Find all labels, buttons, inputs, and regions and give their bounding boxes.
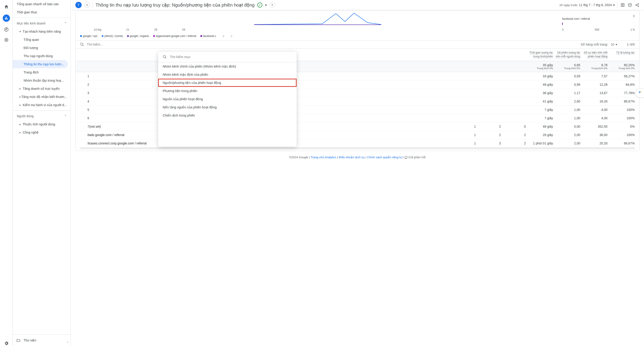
svg-point-7 <box>638 3 638 4</box>
col-engagement-time[interactable]: Thời gian tương tác trung bình/phiên <box>526 51 553 58</box>
sidebar-item-useracq[interactable]: Thu nạp người dùng <box>13 52 70 60</box>
legend-label[interactable]: (direct) / (none) <box>104 34 123 38</box>
footer-link-privacy[interactable]: Chính sách quyền riêng tư <box>367 156 402 159</box>
row-index: 8 <box>80 133 89 137</box>
sidebar-item-traffic[interactable]: Thông tin thu nạp lưu lượn... <box>13 60 68 68</box>
svg-point-6 <box>636 4 636 5</box>
sidebar-item-behavior[interactable]: ▸Kiểm tra hành vi của người d... <box>13 101 70 109</box>
sidebar-item-userattr[interactable]: ▸Thuộc tính người dùng <box>13 120 70 128</box>
legend-label[interactable]: google / organic <box>130 34 149 38</box>
footer-link-tos[interactable]: Điều khoản dịch vụ <box>339 156 365 159</box>
bar-tick: 1 N <box>630 28 635 31</box>
row-c3: 36,00 <box>580 133 608 137</box>
sparkle-icon <box>637 90 642 95</box>
popup-item[interactable]: Phương tiện trong phiên <box>158 87 296 95</box>
svg-point-13 <box>163 55 166 58</box>
ads-icon[interactable] <box>4 37 9 43</box>
folder-icon <box>16 338 20 342</box>
page-title: Thông tin thu nạp lưu lượng truy cập: Ng… <box>96 2 254 8</box>
footer-feedback[interactable]: Gửi phản hồi <box>404 156 426 159</box>
sidebar-overview[interactable]: Tổng quan nhanh về báo cáo <box>13 0 70 8</box>
chevron-right-icon: ▸ <box>20 131 23 134</box>
popup-item[interactable]: Chiến dịch trong phiên <box>158 111 296 119</box>
legend-label[interactable]: facebook.c <box>203 34 216 38</box>
sidebar-section-business[interactable]: Mục tiêu kinh doanh ⌃ <box>13 19 70 27</box>
popup-item[interactable]: Nền tảng nguồn của phiên hoạt động <box>158 103 296 111</box>
col-engagement-rate[interactable]: Tỷ lệ tương tác <box>608 51 635 58</box>
sidebar-item-landing[interactable]: Trang đích <box>13 68 70 76</box>
row-c4: 86,67% <box>608 99 635 103</box>
popup-item[interactable]: Nhóm kênh mặc định của phiên <box>158 70 296 79</box>
settings-icon[interactable] <box>4 341 9 346</box>
row-c3: 352,50 <box>580 125 608 128</box>
bar-chart <box>562 20 635 27</box>
chevron-up-icon: ⌃ <box>64 114 67 118</box>
row-c3: 16,33 <box>580 99 608 103</box>
row-index: 1 <box>80 74 89 78</box>
sidebar-item-tech[interactable]: ▸Công nghệ <box>13 128 70 136</box>
popup-search-input[interactable] <box>170 55 292 59</box>
explore-icon[interactable] <box>4 27 9 32</box>
share-icon[interactable] <box>635 3 640 7</box>
svg-point-14 <box>641 91 642 92</box>
legend-dot <box>127 35 129 37</box>
svg-point-2 <box>6 39 7 40</box>
row-c2: 2,00 <box>553 141 580 145</box>
bar-label: facebook.com / referral <box>562 17 635 20</box>
popup-item[interactable]: Nhóm kênh chính của phiên (Nhóm kênh mặc… <box>158 62 296 70</box>
legend-label[interactable]: google / cpc <box>83 34 98 38</box>
row-c1: 26 giây <box>526 133 553 137</box>
row-c1: 1 phút 01 giây <box>526 141 553 145</box>
legend-label[interactable]: tagassistant.google.com / referral <box>156 34 196 38</box>
add-report-button[interactable]: + <box>84 2 90 8</box>
row-c1: 48 giây <box>526 83 553 86</box>
legend-prev-button[interactable]: ‹ <box>223 34 224 38</box>
sidebar-item-audience[interactable]: Đối tượng <box>13 44 70 52</box>
chevron-down-icon[interactable]: ▾ <box>265 3 267 7</box>
sidebar-realtime[interactable]: Thời gian thực <box>13 8 70 16</box>
table-search-input[interactable] <box>87 43 331 46</box>
dimension-picker-popup: Nhóm kênh chính của phiên (Nhóm kênh mặc… <box>158 52 296 147</box>
row-n2: 3 <box>476 141 501 145</box>
collapse-sidebar-button[interactable]: ‹ <box>67 340 68 344</box>
topbar: T + Thông tin thu nạp lưu lượng truy cập… <box>71 0 644 10</box>
sidebar-section-label: Mục tiêu kinh doanh <box>17 21 46 25</box>
sidebar-leadgen[interactable]: ▾Tạo khách hàng tiềm năng <box>13 27 70 35</box>
home-icon[interactable] <box>4 4 9 9</box>
legend-dot <box>200 35 202 37</box>
col-sessions-per-user[interactable]: Số phiên tương tác trên mỗi người dùng <box>553 51 580 58</box>
report-avatar[interactable]: T <box>75 2 82 8</box>
main: T + Thông tin thu nạp lưu lượng truy cập… <box>71 0 644 346</box>
footer-link-analytics[interactable]: Trang chủ Analytics <box>311 156 336 159</box>
insights-icon[interactable] <box>628 3 632 7</box>
add-comparison-button[interactable]: + <box>270 2 275 8</box>
chevron-down-icon: ▾ <box>613 3 615 7</box>
sidebar-library[interactable]: Thư viện <box>13 335 70 346</box>
customize-icon[interactable] <box>620 3 625 7</box>
row-c3: 12,28 <box>580 83 608 86</box>
legend-next-button[interactable]: › <box>231 34 232 38</box>
sidebar-library-label: Thư viện <box>24 339 36 342</box>
col-events-per-session[interactable]: Số sự kiện trên mỗi phiên hoạt động <box>580 51 608 58</box>
line-chart <box>80 11 555 27</box>
row-c3: 20,33 <box>580 141 608 145</box>
sidebar-item-sales[interactable]: ▸Tăng doanh số trực tuyến <box>13 85 70 93</box>
row-index: 4 <box>80 99 89 103</box>
feedback-icon <box>404 156 408 159</box>
sidebar-section-user[interactable]: Người dùng ⌃ <box>13 112 70 120</box>
rows-per-page-select[interactable]: 10 ▾ <box>611 43 617 46</box>
popup-item-highlighted[interactable]: Nguồn/phương tiện của phiên hoạt động <box>158 79 296 87</box>
row-n3: 0 <box>501 125 526 128</box>
row-c4: 0% <box>608 125 635 128</box>
sidebar-item-cohort[interactable]: Nhóm thuần tập trong hoạ... <box>13 76 70 85</box>
popup-item[interactable]: Nguồn của phiên hoạt động <box>158 95 296 103</box>
svg-rect-3 <box>621 3 622 6</box>
assistant-floater[interactable] <box>635 88 644 97</box>
reports-icon[interactable] <box>3 14 10 22</box>
chevron-right-icon: ▸ <box>20 103 23 107</box>
sidebar-item-awareness[interactable]: ▸Tăng mức độ nhận biết thươn... <box>13 93 70 101</box>
verified-icon[interactable]: ✓ <box>257 2 262 7</box>
row-c3: 4,00 <box>580 108 608 112</box>
sidebar-item-overview[interactable]: Tổng quan <box>13 35 70 44</box>
date-range-picker[interactable]: 28 ngày trước 11 thg 7 - 7 thg 8, 2024 ▾ <box>559 3 615 7</box>
